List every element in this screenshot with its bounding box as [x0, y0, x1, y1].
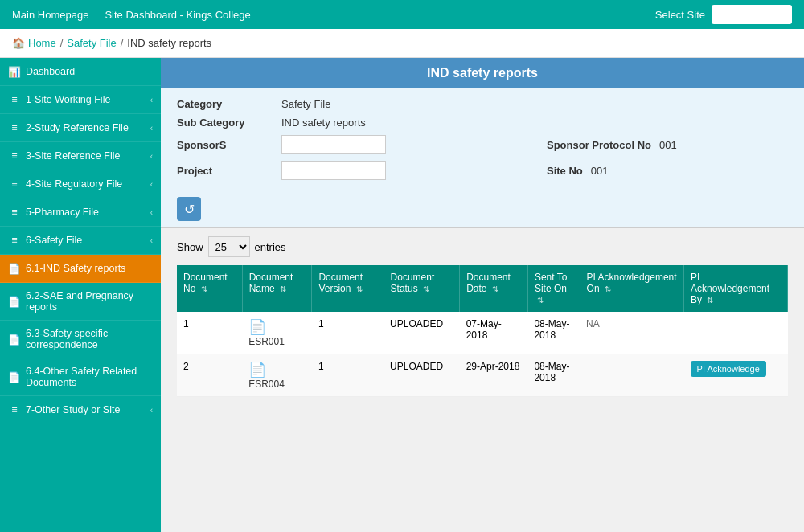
category-row: Category Safety File [177, 98, 788, 110]
col-header-doc-date[interactable]: Document Date ⇅ [460, 265, 528, 312]
col-header-sent-to-site[interactable]: Sent To Site On ⇅ [527, 265, 580, 312]
top-nav-links: Main Homepage Site Dashboard - Kings Col… [12, 9, 251, 21]
sponsor-label: SponsorS [177, 139, 281, 151]
col-header-doc-name[interactable]: Document Name ⇅ [242, 265, 312, 312]
sidebar-icon-dashboard: 📊 [8, 65, 21, 78]
sidebar-item-study-reference-file[interactable]: ≡ 2-Study Reference File ‹ [0, 114, 161, 142]
sidebar-label-site-reference-file: 3-Site Reference File [26, 150, 120, 162]
select-site-input[interactable] [712, 5, 792, 24]
sidebar-label-ind-safety-reports: 6.1-IND Safety reports [26, 263, 125, 274]
project-input[interactable] [281, 161, 386, 180]
info-panel: Category Safety File Sub Category IND sa… [161, 88, 804, 190]
sponsor-protocol-label: Sponsor Protocol No [547, 139, 651, 151]
breadcrumb-separator-1: / [60, 37, 64, 49]
sidebar-item-site-regulatory-file[interactable]: ≡ 4-Site Regulatory File ‹ [0, 170, 161, 198]
sort-icon: ⇅ [201, 284, 207, 293]
entries-select[interactable]: 102550100 [208, 236, 250, 257]
sidebar-label-dashboard: Dashboard [26, 66, 75, 77]
pdf-icon: 📄 [248, 318, 306, 336]
sort-icon: ⇅ [605, 284, 611, 293]
project-label: Project [177, 165, 281, 177]
sidebar-item-pharmacy-file[interactable]: ≡ 5-Pharmacy File ‹ [0, 198, 161, 227]
page-header: IND safety reports [161, 58, 804, 88]
cell-doc-version: 1 [312, 354, 384, 397]
pi-acknowledge-button[interactable]: PI Acknowledge [691, 361, 766, 377]
col-header-pi-acknowledgement-by[interactable]: PI Acknowledgement By ⇅ [684, 265, 788, 312]
show-entries: Show 102550100 entries [177, 236, 788, 257]
subcategory-label: Sub Category [177, 117, 281, 129]
refresh-button[interactable]: ↺ [177, 197, 201, 221]
cell-doc-status: UPLOADED [384, 354, 460, 397]
sort-icon: ⇅ [707, 296, 713, 305]
cell-pi-ack-by [684, 312, 788, 354]
sidebar-label-site-working-file: 1-Site Working File [26, 94, 110, 105]
home-icon: 🏠 [12, 37, 25, 49]
subcategory-value: IND safety reports [281, 117, 366, 129]
chevron-icon: ‹ [150, 152, 153, 161]
breadcrumb-safety-file[interactable]: Safety File [67, 37, 116, 49]
category-label: Category [177, 98, 281, 110]
cell-doc-name: 📄 ESR001 [242, 312, 312, 354]
sidebar-item-site-reference-file[interactable]: ≡ 3-Site Reference File ‹ [0, 142, 161, 170]
sidebar-label-other-study-site: 7-Other Study or Site [26, 404, 120, 415]
table-area: Show 102550100 entries Document No ⇅Docu… [161, 228, 804, 405]
sidebar-label-pharmacy-file: 5-Pharmacy File [26, 207, 99, 218]
category-value: Safety File [281, 98, 330, 110]
doc-filename[interactable]: ESR001 [248, 336, 285, 347]
project-row: Project Site No 001 [177, 161, 788, 180]
sidebar-icon-other-study-site: ≡ [8, 403, 21, 416]
sidebar-label-study-reference-file: 2-Study Reference File [26, 122, 129, 133]
site-dashboard-link[interactable]: Site Dashboard - Kings College [105, 9, 250, 21]
sidebar-item-other-study-site[interactable]: ≡ 7-Other Study or Site ‹ [0, 396, 161, 424]
sidebar-item-sae-pregnancy[interactable]: 📄 6.2-SAE and Pregnancy reports [0, 283, 161, 321]
col-header-doc-status[interactable]: Document Status ⇅ [384, 265, 460, 312]
sidebar-icon-pharmacy-file: ≡ [8, 206, 21, 219]
sidebar-item-site-working-file[interactable]: ≡ 1-Site Working File ‹ [0, 86, 161, 114]
table-body: 1 📄 ESR001 1 UPLOADED 07-May-2018 08-May… [177, 312, 788, 397]
sidebar-item-ind-safety-reports[interactable]: 📄 6.1-IND Safety reports [0, 255, 161, 283]
content-area: IND safety reports Category Safety File … [161, 58, 804, 532]
breadcrumb-separator-2: / [121, 37, 124, 49]
sidebar-icon-site-working-file: ≡ [8, 93, 21, 106]
sidebar-icon-site-regulatory-file: ≡ [8, 178, 21, 190]
sidebar-label-safety-file: 6-Safety File [26, 235, 82, 246]
col-header-doc-no[interactable]: Document No ⇅ [177, 265, 242, 312]
entries-suffix: entries [255, 241, 286, 253]
cell-pi-ack-by: PI Acknowledge [684, 354, 788, 397]
sponsor-protocol-right: Sponsor Protocol No 001 [547, 139, 677, 151]
main-layout: 📊 Dashboard ≡ 1-Site Working File ‹ ≡ 2-… [0, 58, 804, 532]
main-homepage-link[interactable]: Main Homepage [12, 9, 88, 21]
cell-doc-version: 1 [312, 312, 384, 354]
chevron-icon: ‹ [150, 406, 153, 415]
site-no-value: 001 [591, 165, 609, 177]
cell-doc-date: 29-Apr-2018 [460, 354, 528, 397]
top-nav-right: Select Site [655, 5, 792, 24]
sidebar-item-safety-file[interactable]: ≡ 6-Safety File ‹ [0, 227, 161, 255]
data-table: Document No ⇅Document Name ⇅Document Ver… [177, 265, 788, 397]
col-header-pi-acknowledgement-on[interactable]: PI Acknowledgement On ⇅ [580, 265, 684, 312]
sponsor-input[interactable] [281, 135, 386, 154]
chevron-icon: ‹ [150, 180, 153, 189]
sort-icon: ⇅ [492, 284, 498, 293]
sort-icon: ⇅ [537, 296, 544, 305]
doc-filename[interactable]: ESR004 [248, 379, 285, 390]
sidebar-item-safety-correspondence[interactable]: 📄 6.3-Safety specific correspondence [0, 321, 161, 358]
sponsor-row: SponsorS Sponsor Protocol No 001 [177, 135, 788, 154]
col-header-doc-version[interactable]: Document Version ⇅ [312, 265, 384, 312]
sidebar-label-site-regulatory-file: 4-Site Regulatory File [26, 178, 122, 190]
sidebar-icon-ind-safety-reports: 📄 [8, 262, 21, 275]
sort-icon: ⇅ [356, 284, 363, 293]
cell-pi-ack-on: NA [580, 312, 684, 354]
breadcrumb-current: IND safety reports [127, 37, 211, 49]
sort-icon: ⇅ [423, 284, 429, 293]
breadcrumb: 🏠 Home / Safety File / IND safety report… [0, 29, 804, 58]
sponsor-protocol-value: 001 [659, 139, 677, 151]
sidebar-item-other-safety-docs[interactable]: 📄 6.4-Other Safety Related Documents [0, 358, 161, 396]
site-no-label: Site No [547, 165, 583, 177]
sort-icon: ⇅ [280, 284, 286, 293]
cell-doc-no: 1 [177, 312, 242, 354]
top-navigation: Main Homepage Site Dashboard - Kings Col… [0, 0, 804, 29]
sidebar-item-dashboard[interactable]: 📊 Dashboard [0, 58, 161, 86]
breadcrumb-home[interactable]: 🏠 Home [12, 37, 56, 49]
cell-pi-ack-on [580, 354, 684, 397]
